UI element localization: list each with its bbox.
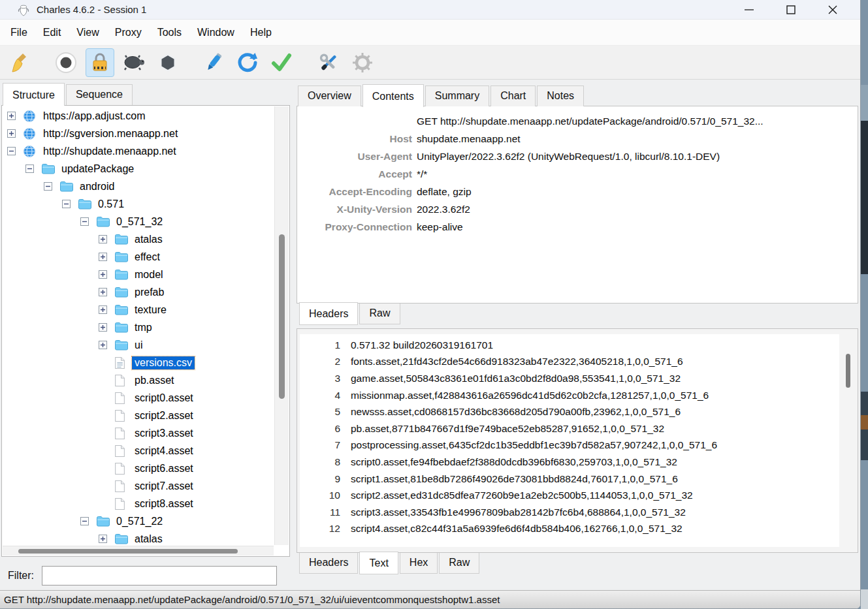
plus-expander-icon[interactable] [99, 323, 114, 332]
request-header-name: Host [297, 133, 412, 145]
maximize-button[interactable] [770, 0, 812, 20]
folder-icon [114, 322, 132, 333]
request-tab-headers[interactable]: Headers [299, 302, 358, 325]
tree-item-http-sgversion.menaapp.net[interactable]: http://sgversion.menaapp.net [2, 125, 274, 142]
request-tab-raw[interactable]: Raw [359, 304, 400, 324]
response-tab-headers[interactable]: Headers [299, 553, 358, 574]
tree-horizontal-scrollbar[interactable] [3, 546, 274, 555]
tree-item-model[interactable]: model [2, 266, 274, 283]
tree-item-https-app.adjust.com[interactable]: https://app.adjust.com [2, 107, 274, 125]
close-button[interactable] [812, 0, 854, 20]
tab-overview[interactable]: Overview [298, 86, 361, 106]
tools-button[interactable] [314, 48, 343, 77]
plus-expander-icon[interactable] [99, 305, 114, 314]
response-scrollbar-thumb[interactable] [846, 354, 850, 388]
tab-contents[interactable]: Contents [362, 84, 424, 107]
tree-item-script8.asset[interactable]: script8.asset [2, 495, 274, 512]
tree-item-pb.asset[interactable]: pb.asset [2, 371, 274, 389]
validate-check-button[interactable] [267, 48, 296, 77]
tree-item-ui[interactable]: ui [2, 336, 274, 354]
tree-item-effect[interactable]: effect [2, 248, 274, 266]
plus-expander-icon[interactable] [99, 535, 114, 543]
tab-chart[interactable]: Chart [490, 86, 536, 106]
minimize-icon [743, 3, 756, 16]
menu-view[interactable]: View [69, 20, 106, 45]
plus-expander-icon[interactable] [99, 253, 114, 261]
tab-sequence[interactable]: Sequence [66, 84, 133, 105]
right-tab-bar: OverviewContentsSummaryChartNotes [295, 80, 860, 106]
minus-expander-icon[interactable] [80, 217, 96, 226]
response-tab-text[interactable]: Text [359, 552, 398, 574]
line-number: 5 [300, 406, 340, 418]
tree-item-tmp[interactable]: tmp [2, 319, 274, 336]
plus-expander-icon[interactable] [99, 270, 114, 279]
plus-expander-icon[interactable] [99, 341, 114, 349]
breakpoints-hexagon-button[interactable] [153, 48, 182, 77]
plus-expander-icon[interactable] [7, 129, 23, 138]
tree-item-http-shupdate.menaapp.net[interactable]: http://shupdate.menaapp.net [2, 142, 274, 160]
tree-item-label: 0_571_32 [114, 215, 165, 228]
tree-item-prefab[interactable]: prefab [2, 283, 274, 301]
file-icon [114, 497, 132, 510]
broom-button[interactable] [5, 48, 34, 77]
plus-expander-icon[interactable] [99, 288, 114, 296]
tab-summary[interactable]: Summary [425, 86, 489, 106]
line-content: script3.asset,33543fb1e49967809bab28142b… [351, 507, 839, 518]
menu-proxy[interactable]: Proxy [107, 20, 150, 45]
tree-item-script4.asset[interactable]: script4.asset [2, 442, 274, 460]
tree-item-android[interactable]: android [2, 178, 274, 195]
repeat-refresh-button[interactable] [233, 48, 262, 77]
line-content: game.asset,505843c8361e01fd61a3c0bd2f8d0… [351, 373, 839, 384]
tree-item-script7.asset[interactable]: script7.asset [2, 477, 274, 495]
line-number: 6 [300, 423, 340, 435]
tree-item-0-571-22[interactable]: 0_571_22 [2, 512, 274, 530]
tree-item-script2.asset[interactable]: script2.asset [2, 407, 274, 424]
tree-vertical-scrollbar-thumb[interactable] [279, 234, 285, 399]
tab-notes[interactable]: Notes [537, 86, 584, 106]
record-button[interactable] [52, 48, 80, 77]
tree-item-0-571-32[interactable]: 0_571_32 [2, 213, 274, 230]
tree-item-updatepackage[interactable]: updatePackage [2, 160, 274, 178]
plus-expander-icon[interactable] [7, 112, 23, 120]
tree-horizontal-scrollbar-thumb[interactable] [18, 549, 238, 554]
minus-expander-icon[interactable] [44, 182, 59, 191]
ssl-lock-button[interactable] [86, 48, 114, 77]
left-panel: StructureSequence https://app.adjust.com… [0, 80, 291, 591]
tree-item-script3.asset[interactable]: script3.asset [2, 424, 274, 442]
settings-gear-button[interactable] [348, 48, 377, 77]
response-line: 2fonts.asset,21fd43cf2de54c66d918323ab47… [300, 354, 839, 371]
folder-icon [114, 234, 132, 245]
menu-tools[interactable]: Tools [150, 20, 189, 45]
minus-expander-icon[interactable] [25, 164, 41, 173]
menu-file[interactable]: File [3, 20, 35, 45]
menu-help[interactable]: Help [242, 20, 280, 45]
tree-item-0.571[interactable]: 0.571 [2, 195, 274, 213]
tab-structure[interactable]: Structure [3, 83, 65, 106]
menu-edit[interactable]: Edit [35, 20, 69, 45]
request-header-value: shupdate.menaapp.net [417, 133, 858, 145]
window-controls [728, 0, 854, 20]
tree-item-atalas[interactable]: atalas [2, 530, 274, 546]
minimize-button[interactable] [728, 0, 770, 20]
response-line: 9script1.asset,81be8db7286f49026de73081b… [300, 471, 839, 488]
response-tab-raw[interactable]: Raw [439, 553, 479, 574]
minus-expander-icon[interactable] [80, 517, 96, 525]
compose-pen-button[interactable] [199, 48, 228, 77]
minus-expander-icon[interactable] [7, 147, 23, 155]
response-tab-hex[interactable]: Hex [400, 553, 438, 574]
tree-item-versions.csv[interactable]: versions.csv [2, 354, 274, 371]
line-number: 7 [300, 439, 340, 451]
tree-item-script6.asset[interactable]: script6.asset [2, 460, 274, 477]
tree-item-label: atalas [132, 233, 165, 246]
tree-item-atalas[interactable]: atalas [2, 230, 274, 248]
throttle-turtle-button[interactable] [120, 48, 148, 77]
minus-expander-icon[interactable] [62, 200, 78, 208]
response-line: 4missionmap.asset,f428843616a26596dc41d5… [300, 387, 839, 404]
menu-window[interactable]: Window [189, 20, 242, 45]
tree-vertical-scrollbar[interactable] [274, 106, 289, 545]
plus-expander-icon[interactable] [99, 235, 114, 243]
filter-input[interactable] [42, 566, 277, 586]
tree-item-texture[interactable]: texture [2, 301, 274, 319]
tree-item-script0.asset[interactable]: script0.asset [2, 389, 274, 407]
request-header-value: UnityPlayer/2022.3.62f2 (UnityWebRequest… [417, 151, 858, 163]
